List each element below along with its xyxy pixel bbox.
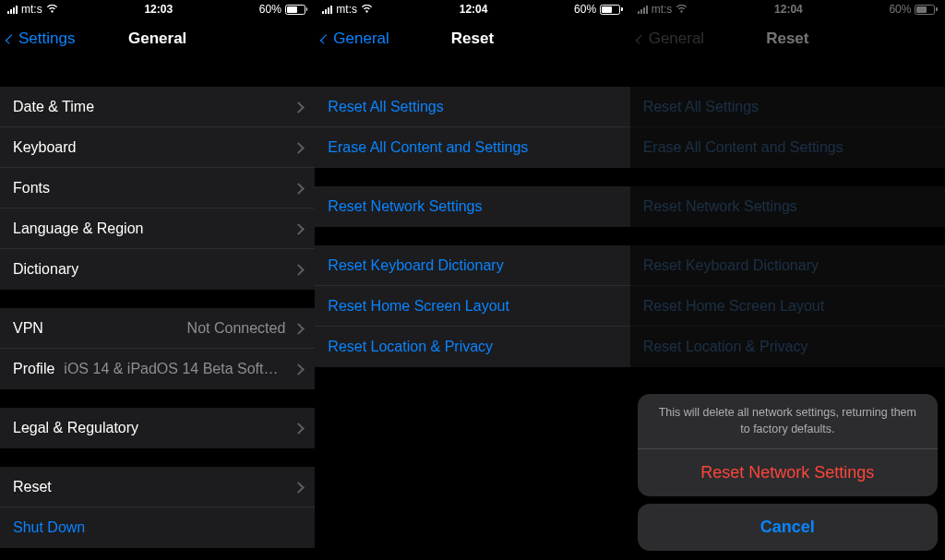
cell-label: Profile <box>13 361 54 377</box>
chevron-right-icon <box>294 222 302 235</box>
cell-reset-location: Reset Location & Privacy <box>630 327 945 367</box>
battery-text: 60% <box>574 3 596 16</box>
nav-title: Reset <box>766 30 808 48</box>
signal-icon <box>638 5 648 14</box>
chevron-left-icon <box>636 31 645 47</box>
group-network: VPN Not Connected Profile iOS 14 & iPadO… <box>0 308 315 389</box>
chevron-right-icon <box>294 363 302 375</box>
cell-label: Date & Time <box>13 99 94 115</box>
cell-vpn[interactable]: VPN Not Connected <box>0 308 315 349</box>
wifi-icon <box>361 5 373 14</box>
cell-label: Reset All Settings <box>643 99 759 115</box>
cell-label: Shut Down <box>13 519 85 536</box>
cell-label: Reset Home Screen Layout <box>643 298 825 315</box>
chevron-right-icon <box>294 422 302 435</box>
cell-reset-home: Reset Home Screen Layout <box>630 286 945 327</box>
cell-shutdown[interactable]: Shut Down <box>0 507 315 548</box>
carrier-label: mt:s <box>21 3 42 16</box>
action-sheet-group: This will delete all network settings, r… <box>638 394 938 496</box>
cell-label: Reset Network Settings <box>328 198 482 215</box>
cell-label: Erase All Content and Settings <box>643 139 843 156</box>
cell-detail: Not Connected <box>43 320 285 337</box>
screen-reset: mt:s 12:04 60% General Reset Reset All S… <box>315 0 629 560</box>
chevron-left-icon <box>6 31 15 47</box>
status-right: 60% <box>889 3 938 16</box>
chevron-left-icon <box>320 31 329 47</box>
wifi-icon <box>676 5 688 14</box>
cell-reset-location[interactable]: Reset Location & Privacy <box>315 327 629 367</box>
cell-keyboard[interactable]: Keyboard <box>0 127 315 168</box>
group-legal: Legal & Regulatory <box>0 408 315 448</box>
cell-erase-all[interactable]: Erase All Content and Settings <box>315 127 629 168</box>
sheet-cancel-button[interactable]: Cancel <box>638 504 938 551</box>
content: Date & Time Keyboard Fonts Language & Re… <box>0 59 315 560</box>
cell-dictionary[interactable]: Dictionary <box>0 249 315 290</box>
back-button[interactable]: Settings <box>6 30 75 48</box>
signal-icon <box>7 5 18 14</box>
nav-title: Reset <box>451 30 494 48</box>
cell-reset-network[interactable]: Reset Network Settings <box>315 186 629 227</box>
status-bar: mt:s 12:04 60% <box>315 0 629 18</box>
nav-title: General <box>128 30 186 48</box>
content: Reset All Settings Erase All Content and… <box>315 59 629 560</box>
nav-bar: General Reset <box>630 18 945 59</box>
screen-general: mt:s 12:03 60% Settings General Date & T… <box>0 0 315 560</box>
nav-bar: Settings General <box>0 18 315 59</box>
chevron-right-icon <box>294 481 302 494</box>
signal-icon <box>322 5 332 14</box>
chevron-right-icon <box>294 263 302 276</box>
cell-label: VPN <box>13 320 43 337</box>
cell-reset-all: Reset All Settings <box>630 87 945 127</box>
chevron-right-icon <box>294 101 302 113</box>
cell-detail: iOS 14 & iPadOS 14 Beta Softwar... <box>54 361 285 377</box>
status-right: 60% <box>574 3 623 16</box>
cell-label: Dictionary <box>13 261 78 278</box>
group-reset: Reset Shut Down <box>0 467 315 548</box>
cell-label: Keyboard <box>13 139 77 156</box>
status-right: 60% <box>259 3 308 16</box>
cell-fonts[interactable]: Fonts <box>0 168 315 209</box>
cell-label: Reset Location & Privacy <box>328 339 493 355</box>
cell-label: Language & Region <box>13 220 143 237</box>
cell-label: Reset Keyboard Dictionary <box>328 257 503 274</box>
cell-profile[interactable]: Profile iOS 14 & iPadOS 14 Beta Softwar.… <box>0 349 315 389</box>
screen-reset-confirm: mt:s 12:04 60% General Reset Reset All S… <box>630 0 945 560</box>
group-other-reset: Reset Keyboard Dictionary Reset Home Scr… <box>630 245 945 367</box>
cell-reset-keyboard: Reset Keyboard Dictionary <box>630 245 945 286</box>
battery-icon <box>915 5 938 15</box>
cell-label: Erase All Content and Settings <box>328 139 528 156</box>
sheet-message: This will delete all network settings, r… <box>638 394 938 449</box>
battery-icon <box>600 5 623 15</box>
status-bar: mt:s 12:04 60% <box>630 0 945 18</box>
cell-label: Reset Network Settings <box>643 198 797 215</box>
cell-label: Fonts <box>13 180 50 197</box>
clock: 12:04 <box>460 3 488 16</box>
chevron-right-icon <box>294 141 302 154</box>
battery-text: 60% <box>259 3 281 16</box>
status-left: mt:s <box>638 3 688 16</box>
cell-reset-home[interactable]: Reset Home Screen Layout <box>315 286 629 327</box>
cell-label: Reset Home Screen Layout <box>328 298 509 315</box>
back-label: General <box>649 30 704 48</box>
action-sheet: This will delete all network settings, r… <box>638 394 938 551</box>
cell-label: Legal & Regulatory <box>13 420 138 436</box>
status-left: mt:s <box>322 3 373 16</box>
group-erase: Reset All Settings Erase All Content and… <box>630 87 945 168</box>
cell-date-time[interactable]: Date & Time <box>0 87 315 127</box>
back-button[interactable]: General <box>320 30 389 48</box>
cell-legal[interactable]: Legal & Regulatory <box>0 408 315 448</box>
wifi-icon <box>46 5 58 14</box>
group-preferences: Date & Time Keyboard Fonts Language & Re… <box>0 87 315 290</box>
cell-reset-all[interactable]: Reset All Settings <box>315 87 629 127</box>
group-network-reset: Reset Network Settings <box>630 186 945 227</box>
cell-reset-network: Reset Network Settings <box>630 186 945 227</box>
back-label: General <box>333 30 389 48</box>
carrier-label: mt:s <box>336 3 357 16</box>
cell-reset-keyboard[interactable]: Reset Keyboard Dictionary <box>315 245 629 286</box>
group-other-reset: Reset Keyboard Dictionary Reset Home Scr… <box>315 245 629 367</box>
cell-language-region[interactable]: Language & Region <box>0 209 315 249</box>
cell-reset[interactable]: Reset <box>0 467 315 507</box>
clock: 12:03 <box>144 3 173 16</box>
sheet-action-reset-network[interactable]: Reset Network Settings <box>638 449 938 496</box>
group-network-reset: Reset Network Settings <box>315 186 629 227</box>
